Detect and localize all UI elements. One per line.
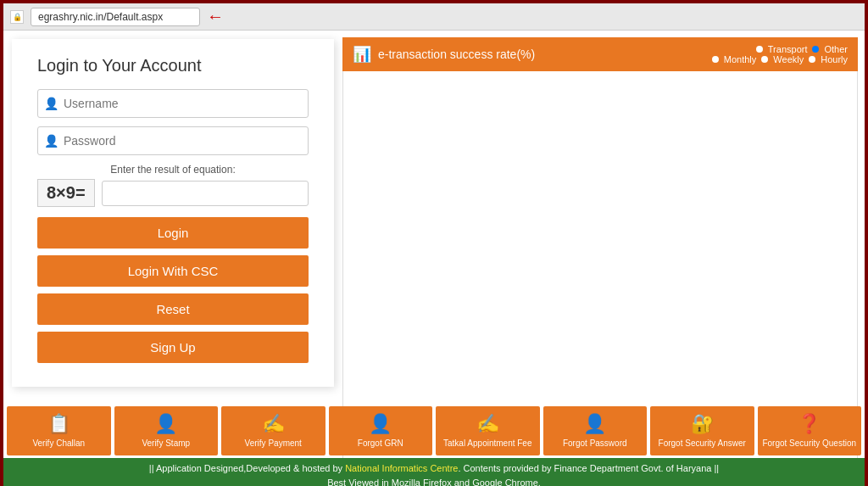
forgot-password-icon: 👤: [583, 413, 606, 435]
main-content: Login to Your Account 👤 👤 Enter the resu…: [3, 31, 865, 486]
arrow-indicator: ←: [207, 7, 224, 26]
forgot-security-answer-label: Forgot Security Answer: [659, 439, 746, 449]
chart-controls: Transport Other Monthly Weekly Hourly: [712, 44, 848, 64]
forgot-grn-button[interactable]: 👤 Forgot GRN: [329, 406, 433, 455]
reset-button[interactable]: Reset: [37, 293, 309, 325]
tatkal-appointment-button[interactable]: ✍️ Tatkal Appointment Fee: [436, 406, 540, 455]
footer-text1: || Application Designed,Developed & host…: [149, 463, 345, 473]
verify-stamp-button[interactable]: 👤 Verify Stamp: [114, 406, 219, 455]
other-label: Other: [824, 44, 848, 54]
verify-stamp-label: Verify Stamp: [142, 439, 190, 449]
monthly-label: Monthly: [724, 54, 757, 64]
chart-header: 📊 e-transaction success rate(%) Transpor…: [342, 37, 858, 71]
password-input[interactable]: [37, 126, 309, 155]
monthly-radio-icon: [712, 56, 719, 63]
browser-bar: 🔒 egrashry.nic.in/Default.aspx ←: [3, 3, 865, 31]
captcha-label: Enter the result of equation:: [37, 164, 309, 176]
user-icon: 👤: [44, 97, 58, 110]
forgot-grn-label: Forgot GRN: [358, 439, 403, 449]
username-group: 👤: [37, 89, 309, 118]
chart-title-area: 📊 e-transaction success rate(%): [353, 45, 535, 64]
footer-link[interactable]: National Informatics Centre: [345, 463, 458, 473]
verify-payment-icon: ✍️: [262, 413, 285, 435]
transport-other-group: Transport Other: [756, 44, 848, 54]
bottom-icons-row: 📋 Verify Challan 👤 Verify Stamp ✍️ Verif…: [3, 406, 865, 455]
signup-button[interactable]: Sign Up: [37, 332, 309, 363]
login-button[interactable]: Login: [37, 217, 309, 249]
weekly-radio-icon: [761, 56, 768, 63]
favicon-icon: 🔒: [10, 10, 24, 24]
forgot-security-question-button[interactable]: ❓ Forgot Security Question: [758, 406, 862, 455]
login-panel: Login to Your Account 👤 👤 Enter the resu…: [12, 39, 334, 387]
footer: || Application Designed,Developed & host…: [3, 458, 865, 486]
forgot-security-answer-button[interactable]: 🔐 Forgot Security Answer: [650, 406, 754, 455]
captcha-row: 8×9=: [37, 179, 309, 207]
password-group: 👤: [37, 126, 309, 155]
transport-label: Transport: [768, 44, 808, 54]
forgot-security-question-label: Forgot Security Question: [762, 439, 856, 449]
login-title: Login to Your Account: [37, 56, 309, 75]
chart-icon: 📊: [353, 45, 371, 64]
forgot-grn-icon: 👤: [369, 413, 392, 435]
tatkal-appointment-icon: ✍️: [476, 413, 499, 435]
other-radio-icon: [812, 46, 819, 53]
tatkal-appointment-label: Tatkal Appointment Fee: [443, 439, 532, 449]
footer-text2: . Contents provided by Finance Departmen…: [458, 463, 719, 473]
url-text: egrashry.nic.in/Default.aspx: [38, 11, 163, 23]
chart-title: e-transaction success rate(%): [378, 47, 535, 61]
verify-challan-button[interactable]: 📋 Verify Challan: [7, 406, 111, 455]
password-icon: 👤: [44, 134, 58, 148]
verify-challan-icon: 📋: [47, 413, 70, 435]
forgot-password-label: Forgot Password: [563, 439, 627, 449]
hourly-radio-icon: [809, 56, 815, 63]
forgot-password-button[interactable]: 👤 Forgot Password: [543, 406, 648, 455]
username-input[interactable]: [37, 89, 309, 118]
forgot-security-answer-icon: 🔐: [691, 413, 714, 435]
captcha-equation: 8×9=: [37, 179, 95, 207]
footer-text3: Best Viewed in Mozilla Firefox and Googl…: [327, 478, 541, 487]
weekly-label: Weekly: [773, 54, 804, 64]
verify-payment-label: Verify Payment: [245, 439, 302, 449]
transport-radio-icon: [756, 46, 763, 53]
verify-challan-label: Verify Challan: [32, 439, 85, 449]
verify-stamp-icon: 👤: [154, 413, 177, 435]
forgot-security-question-icon: ❓: [798, 413, 821, 435]
url-bar[interactable]: egrashry.nic.in/Default.aspx: [31, 8, 200, 26]
verify-payment-button[interactable]: ✍️ Verify Payment: [221, 406, 326, 455]
hourly-label: Hourly: [821, 54, 848, 64]
time-group: Monthly Weekly Hourly: [712, 54, 848, 64]
login-csc-button[interactable]: Login With CSC: [37, 255, 309, 287]
captcha-input[interactable]: [102, 181, 309, 206]
